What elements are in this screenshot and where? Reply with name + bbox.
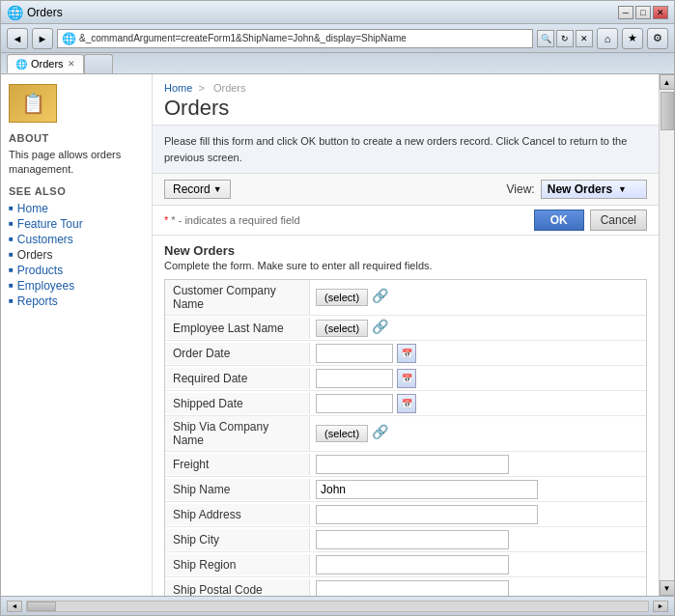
forward-button[interactable]: ► (32, 28, 53, 49)
sidebar-item-products[interactable]: ■ Products (9, 263, 144, 278)
sidebar-item-label-reports: Reports (17, 294, 58, 308)
about-text: This page allows orders management. (9, 148, 144, 178)
address-text: &_commandArgument=createForm1&ShipName=J… (79, 33, 407, 43)
breadcrumb: Home > Orders (164, 82, 647, 94)
ship-via-select-button[interactable]: (select) (316, 425, 368, 442)
table-row: Customer CompanyName (select) 🔗 (165, 280, 646, 316)
field-label-shipped-date: Shipped Date (165, 393, 310, 414)
view-value: New Orders (548, 182, 612, 196)
customer-link-icon[interactable]: 🔗 (372, 288, 391, 307)
field-label-ship-postal: Ship Postal Code (165, 579, 310, 597)
field-label-ship-region: Ship Region (165, 554, 310, 575)
field-ship-postal (310, 578, 646, 597)
maximize-button[interactable]: □ (635, 6, 651, 19)
scroll-thumb[interactable] (661, 92, 674, 130)
ship-region-input[interactable] (316, 555, 509, 574)
form-section: New Orders Complete the form. Make sure … (153, 236, 659, 596)
ship-name-input[interactable] (316, 480, 538, 499)
active-tab[interactable]: 🌐 Orders ✕ (7, 54, 84, 73)
ship-via-link-icon[interactable]: 🔗 (372, 424, 391, 443)
order-date-input[interactable] (316, 344, 393, 363)
sidebar-item-feature-tour[interactable]: ■ Feature Tour (9, 216, 144, 232)
sidebar-item-label-customers: Customers (17, 233, 73, 246)
ship-city-input[interactable] (316, 530, 509, 549)
field-customer: (select) 🔗 (310, 286, 646, 309)
sidebar-item-employees[interactable]: ■ Employees (9, 278, 144, 294)
info-text: Please fill this form and click OK butto… (164, 135, 627, 163)
sidebar: 📋 ABOUT This page allows orders manageme… (1, 74, 153, 596)
horizontal-scroll-track[interactable] (26, 601, 649, 612)
new-tab[interactable] (84, 54, 113, 73)
browser-window: 🌐 Orders ─ □ ✕ ◄ ► 🌐 &_commandArgument=c… (0, 0, 675, 616)
horizontal-scroll-thumb[interactable] (27, 602, 56, 611)
field-shipped-date: 📅 (310, 392, 646, 415)
tab-icon: 🌐 (15, 59, 27, 70)
field-label-required-date: Required Date (165, 368, 310, 389)
sidebar-item-label-products: Products (17, 264, 63, 277)
employee-link-icon[interactable]: 🔗 (372, 319, 391, 338)
close-button[interactable]: ✕ (653, 6, 668, 19)
ok-button-top[interactable]: OK (534, 210, 584, 231)
sidebar-nav-section: SEE ALSO ■ Home ■ Feature Tour ■ Custome… (9, 185, 144, 309)
home-button[interactable]: ⌂ (597, 28, 618, 49)
order-date-calendar-icon[interactable]: 📅 (397, 344, 416, 363)
search-button[interactable]: 🔍 (537, 30, 554, 47)
field-ship-city (310, 528, 646, 551)
nav-bullet-products: ■ (9, 266, 14, 274)
sidebar-item-home[interactable]: ■ Home (9, 201, 144, 216)
sidebar-item-orders[interactable]: ■ Orders (9, 247, 144, 263)
shipped-date-input[interactable] (316, 394, 393, 413)
about-title: ABOUT (9, 132, 144, 144)
browser-title: Orders (27, 6, 63, 19)
sidebar-item-label-feature-tour: Feature Tour (17, 217, 83, 231)
scroll-right-button[interactable]: ► (653, 601, 668, 612)
nav-bullet-employees: ■ (9, 281, 14, 290)
vertical-scrollbar[interactable]: ▲ ▼ (659, 74, 674, 596)
table-row: Required Date 📅 (165, 366, 646, 391)
back-button[interactable]: ◄ (7, 28, 28, 49)
field-label-ship-city: Ship City (165, 529, 310, 550)
breadcrumb-separator: > (198, 82, 204, 94)
title-bar-left: 🌐 Orders (7, 5, 63, 20)
scroll-left-button[interactable]: ◄ (7, 601, 22, 612)
stop-button[interactable]: ✕ (576, 30, 593, 47)
sidebar-item-customers[interactable]: ■ Customers (9, 232, 144, 247)
customer-select-button[interactable]: (select) (316, 289, 368, 306)
action-bar-top: * * - indicates a required field OK Canc… (153, 206, 659, 236)
action-buttons-top: OK Cancel (534, 210, 647, 231)
tools-button[interactable]: ⚙ (647, 28, 668, 49)
status-bar: ◄ ► (1, 596, 674, 615)
refresh-button[interactable]: ↻ (556, 30, 574, 47)
minimize-button[interactable]: ─ (618, 6, 633, 19)
view-dropdown-icon: ▼ (618, 184, 627, 194)
field-label-order-date: Order Date (165, 343, 310, 364)
ship-postal-input[interactable] (316, 580, 509, 597)
required-date-calendar-icon[interactable]: 📅 (397, 369, 416, 388)
breadcrumb-current: Orders (213, 82, 246, 94)
record-label: Record (173, 182, 211, 196)
scroll-up-button[interactable]: ▲ (660, 74, 675, 90)
address-bar[interactable]: 🌐 &_commandArgument=createForm1&ShipName… (57, 29, 533, 48)
tab-close-button[interactable]: ✕ (68, 59, 75, 69)
sidebar-item-reports[interactable]: ■ Reports (9, 294, 144, 309)
field-ship-region (310, 553, 646, 576)
ship-address-input[interactable] (316, 505, 538, 524)
view-select[interactable]: New Orders ▼ (541, 180, 647, 199)
sidebar-item-label-home: Home (17, 202, 48, 215)
form-table: Customer CompanyName (select) 🔗 Employee… (164, 279, 647, 596)
employee-select-button[interactable]: (select) (316, 320, 368, 337)
logo-icon: 📋 (9, 84, 57, 123)
shipped-date-calendar-icon[interactable]: 📅 (397, 394, 416, 413)
record-button[interactable]: Record ▼ (164, 180, 231, 199)
tab-label: Orders (31, 58, 64, 70)
main-content: Home > Orders Orders Please fill this fo… (153, 74, 659, 596)
table-row: Order Date 📅 (165, 341, 646, 366)
toolbar-left: Record ▼ (164, 180, 231, 199)
view-label: View: (507, 182, 535, 196)
favorites-button[interactable]: ★ (622, 28, 643, 49)
scroll-down-button[interactable]: ▼ (660, 580, 675, 596)
cancel-button-top[interactable]: Cancel (590, 210, 647, 231)
freight-input[interactable] (316, 455, 509, 474)
breadcrumb-home[interactable]: Home (164, 82, 192, 94)
required-date-input[interactable] (316, 369, 393, 388)
